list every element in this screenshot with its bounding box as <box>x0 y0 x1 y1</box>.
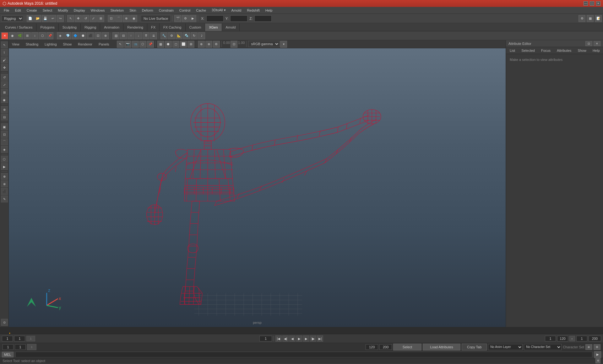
attr-float-btn[interactable]: ⊡ <box>585 41 592 46</box>
bottom-frame2[interactable] <box>15 344 26 350</box>
menu-file[interactable]: File <box>1 8 12 13</box>
z-field[interactable] <box>254 15 272 22</box>
region-select[interactable]: ⊟ <box>1 114 8 120</box>
move-tool-left[interactable]: ✥ <box>1 64 8 71</box>
rotate-tool-left[interactable]: ↺ <box>1 74 8 81</box>
tb2-btn12[interactable]: ⬛ <box>87 32 94 39</box>
render-left[interactable]: ▶ <box>1 163 8 170</box>
menu-redshift[interactable]: Redshift <box>244 8 262 13</box>
tb2-btn11[interactable]: ⬢ <box>79 32 86 39</box>
tb2-btn17[interactable]: ↑ <box>128 32 134 39</box>
tb2-btn16[interactable]: ⊟ <box>120 32 127 39</box>
tb2-btn19[interactable]: ⇈ <box>143 32 149 39</box>
vp-icon6[interactable]: ▦ <box>157 41 164 48</box>
tb2-btn3[interactable]: 🌿 <box>16 32 23 39</box>
vp-menu-lighting[interactable]: Lighting <box>43 42 58 47</box>
menu-cache[interactable]: Cache <box>193 8 209 13</box>
character-set-dropdown[interactable]: No Character Set <box>524 344 562 350</box>
maximize-button[interactable]: □ <box>590 1 594 6</box>
tb2-btn5[interactable]: ↕ <box>31 32 38 39</box>
prev-frame-btn[interactable]: ◀| <box>282 335 289 342</box>
char-set-btn2[interactable]: ⚙ <box>594 344 600 350</box>
tb2-btn25[interactable]: ↻ <box>191 32 198 39</box>
close-button[interactable]: ✕ <box>596 1 600 6</box>
soft-mod-tool[interactable]: ◉ <box>1 96 8 103</box>
vp-color-btn[interactable]: ▾ <box>280 41 287 48</box>
menu-create[interactable]: Create <box>24 8 40 13</box>
script-btn[interactable]: 📝 <box>595 15 602 22</box>
mel-button[interactable]: MEL <box>2 352 14 357</box>
ipr-btn[interactable]: ▶ <box>189 15 196 22</box>
tb2-btn26[interactable]: ⤸ <box>198 32 205 39</box>
load-attributes-button[interactable]: Load Attributes <box>423 344 460 351</box>
vp-icon9[interactable]: ⬜ <box>180 41 187 48</box>
range-start[interactable] <box>545 336 556 341</box>
next-frame-btn[interactable]: |▶ <box>310 335 316 342</box>
range-end[interactable] <box>557 336 568 341</box>
current-frame-start[interactable] <box>2 336 13 341</box>
layout-btn[interactable]: ▦ <box>587 15 594 22</box>
menu-skeleton[interactable]: Skeleton <box>108 8 126 13</box>
tb2-btn4[interactable]: ⊞ <box>24 32 31 39</box>
tb2-btn15[interactable]: ▧ <box>112 32 119 39</box>
vp-icon10[interactable]: ⊞ <box>187 41 194 48</box>
tab-custom[interactable]: Custom <box>186 24 205 31</box>
menu-3dtool[interactable]: 3DtoAll ▾ <box>209 8 228 13</box>
status-options-btn[interactable]: ⚙ <box>595 358 600 363</box>
snap-point-btn[interactable]: ⊕ <box>123 15 130 22</box>
minimize-button[interactable]: — <box>584 1 588 6</box>
vp-icon8[interactable]: ◻ <box>172 41 179 48</box>
open-file-btn[interactable]: 📂 <box>34 15 41 22</box>
quick-sel-set[interactable]: ▣ <box>1 123 8 130</box>
prev-key-btn[interactable]: ◀ <box>289 335 296 342</box>
attr-close-btn[interactable]: ✕ <box>594 41 600 46</box>
go-end-btn[interactable]: ▶| <box>317 335 323 342</box>
vp-icon3[interactable]: 📹 <box>132 41 139 48</box>
vp-menu-shading[interactable]: Shading <box>24 42 40 47</box>
vp-icon7[interactable]: ⬢ <box>165 41 172 48</box>
color-space-dropdown[interactable]: sRGB gamma <box>248 41 280 47</box>
tb2-btn21[interactable]: 🔧 <box>160 32 167 39</box>
render-settings-btn[interactable]: ⚙ <box>182 15 189 22</box>
x-field[interactable] <box>206 15 224 22</box>
tab-rendering[interactable]: Rendering <box>123 24 147 31</box>
snap-grid-btn[interactable]: ⊡ <box>108 15 115 22</box>
menu-control[interactable]: Control <box>177 8 193 13</box>
select-tool-left[interactable]: ↖ <box>1 41 8 48</box>
vp-icon2[interactable]: 📷 <box>124 41 131 48</box>
paint-effects-left[interactable]: ⬛ <box>1 188 8 195</box>
tab-polygons[interactable]: Polygons <box>36 24 58 31</box>
tb2-btn14[interactable]: ⊗ <box>102 32 109 39</box>
mel-input-field[interactable] <box>15 352 592 357</box>
ae-tab-selected[interactable]: Selected <box>520 48 536 53</box>
vp-icon5[interactable]: 📌 <box>147 41 154 48</box>
tab-sculpting[interactable]: Sculpting <box>59 24 81 31</box>
timeline-ruler[interactable]: 1 5 10 15 20 25 30 35 40 45 50 55 60 65 … <box>0 327 603 334</box>
redo-btn[interactable]: ↪ <box>57 15 64 22</box>
vp-menu-view[interactable]: View <box>11 42 21 47</box>
vp-icon12[interactable]: ⊗ <box>205 41 212 48</box>
pencil-left[interactable]: ✎ <box>1 195 8 202</box>
render-btn[interactable]: 🎬 <box>174 15 181 22</box>
ae-tab-list[interactable]: List <box>508 48 516 53</box>
ae-tab-attributes[interactable]: Attributes <box>556 48 573 53</box>
tb2-btn2[interactable]: ◉ <box>9 32 16 39</box>
settings-btn-right[interactable]: ⚙ <box>579 15 585 22</box>
snap-grid-left[interactable]: ⊡ <box>1 131 8 138</box>
tb2-btn24[interactable]: 🔩 <box>183 32 190 39</box>
vp-menu-renderer[interactable]: Renderer <box>77 42 94 47</box>
range-toggle[interactable]: ▸ <box>569 336 575 341</box>
bottom-frame-input[interactable] <box>3 344 14 350</box>
vp-icon1[interactable]: ↖ <box>117 41 124 48</box>
vp-float-btn[interactable]: ⊡ <box>231 41 237 48</box>
tab-animation[interactable]: Animation <box>100 24 123 31</box>
select-tool-btn[interactable]: ↖ <box>67 15 74 22</box>
tb2-btn20[interactable]: ⇊ <box>150 32 157 39</box>
tb2-btn18[interactable]: ↓ <box>135 32 142 39</box>
tb2-btn22[interactable]: ⚙ <box>168 32 175 39</box>
char-set-btn1[interactable]: ⊕ <box>585 344 592 350</box>
tb2-btn23[interactable]: 📐 <box>176 32 182 39</box>
play-end[interactable] <box>589 336 601 341</box>
viewport-3d[interactable]: x y z persp <box>9 48 506 327</box>
lasso-tool[interactable]: ⌇ <box>1 49 8 56</box>
